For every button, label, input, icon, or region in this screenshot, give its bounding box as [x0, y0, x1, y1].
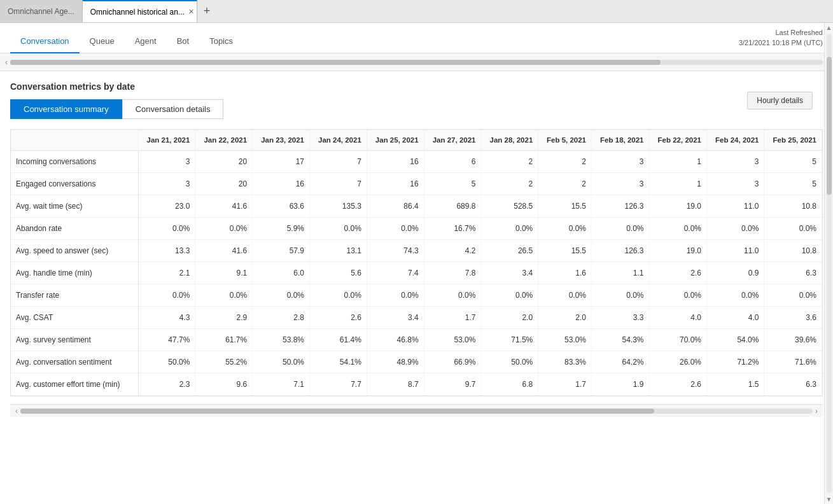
scroll-down-icon[interactable]: ▼ — [825, 494, 833, 504]
tab-label-active: Omnichannel historical an... — [90, 8, 185, 17]
table-row: Avg. wait time (sec)23.041.663.6135.386.… — [11, 195, 822, 218]
table-row: Avg. CSAT4.32.92.82.63.41.72.02.03.34.04… — [11, 307, 822, 329]
bottom-scroll-thumb — [20, 409, 654, 414]
cell-metric-0: Incoming conversations — [11, 151, 138, 173]
table-row: Incoming conversations320177166223135 — [11, 151, 822, 173]
cell-r7-c1: 2.9 — [195, 307, 253, 329]
cell-metric-10: Avg. customer effort time (min) — [11, 374, 138, 396]
col-header-9: Feb 22, 2021 — [649, 130, 706, 151]
last-refreshed-value: 3/21/2021 10:18 PM (UTC) — [739, 39, 823, 46]
cell-r3-c11: 0.0% — [764, 218, 822, 240]
table-row: Engaged conversations320167165223135 — [11, 173, 822, 195]
cell-r6-c3: 0.0% — [309, 284, 367, 307]
bottom-scroll-left-icon[interactable]: ‹ — [15, 407, 18, 416]
scroll-thumb — [10, 60, 661, 65]
cell-r2-c5: 689.8 — [424, 195, 481, 218]
add-tab-button[interactable]: + — [197, 4, 217, 18]
cell-r7-c8: 3.3 — [592, 307, 649, 329]
cell-r9-c0: 50.0% — [138, 351, 195, 374]
cell-r8-c8: 54.3% — [592, 329, 649, 351]
table-header-row: Jan 21, 2021 Jan 22, 2021 Jan 23, 2021 J… — [11, 130, 822, 151]
cell-r7-c11: 3.6 — [764, 307, 822, 329]
cell-r7-c4: 3.4 — [367, 307, 424, 329]
table-row: Avg. customer effort time (min)2.39.67.1… — [11, 374, 822, 396]
col-header-8: Feb 18, 2021 — [592, 130, 649, 151]
cell-metric-5: Avg. handle time (min) — [11, 262, 138, 284]
cell-r4-c7: 15.5 — [538, 240, 592, 262]
close-icon[interactable]: ✕ — [188, 8, 194, 16]
cell-r0-c5: 6 — [424, 151, 481, 173]
cell-r7-c10: 4.0 — [706, 307, 764, 329]
cell-r9-c5: 66.9% — [424, 351, 481, 374]
cell-r0-c4: 16 — [367, 151, 424, 173]
cell-r8-c7: 53.0% — [538, 329, 592, 351]
cell-r3-c9: 0.0% — [649, 218, 706, 240]
col-header-0: Jan 21, 2021 — [138, 130, 195, 151]
cell-r0-c2: 17 — [253, 151, 310, 173]
cell-r10-c3: 7.7 — [309, 374, 367, 396]
cell-r0-c7: 2 — [538, 151, 592, 173]
table-wrap: Jan 21, 2021 Jan 22, 2021 Jan 23, 2021 J… — [10, 129, 823, 396]
scroll-left-icon[interactable]: ‹ — [5, 58, 8, 67]
cell-r0-c8: 3 — [592, 151, 649, 173]
table-row: Avg. survey sentiment47.7%61.7%53.8%61.4… — [11, 329, 822, 351]
right-scrollbar: ▲ ▼ — [824, 23, 833, 504]
cell-r6-c7: 0.0% — [538, 284, 592, 307]
cell-r5-c4: 7.4 — [367, 262, 424, 284]
hourly-details-button[interactable]: Hourly details — [747, 92, 813, 109]
cell-r4-c5: 4.2 — [424, 240, 481, 262]
col-header-2: Jan 23, 2021 — [253, 130, 310, 151]
scroll-up-icon[interactable]: ▲ — [825, 23, 833, 32]
nav-item-agent[interactable]: Agent — [125, 29, 167, 53]
bottom-scroll-right-icon[interactable]: › — [815, 407, 818, 416]
scroll-v-track[interactable] — [827, 34, 832, 493]
cell-r6-c8: 0.0% — [592, 284, 649, 307]
nav-item-conversation[interactable]: Conversation — [10, 29, 80, 53]
cell-r9-c6: 50.0% — [481, 351, 538, 374]
cell-r3-c2: 5.9% — [253, 218, 310, 240]
cell-r1-c9: 1 — [649, 173, 706, 195]
cell-r10-c6: 6.8 — [481, 374, 538, 396]
cell-r9-c7: 83.3% — [538, 351, 592, 374]
scroll-track[interactable] — [10, 60, 823, 65]
cell-r6-c6: 0.0% — [481, 284, 538, 307]
bottom-scroll-track[interactable] — [20, 409, 813, 414]
last-refreshed-label: Last Refreshed — [775, 29, 823, 36]
cell-r10-c1: 9.6 — [195, 374, 253, 396]
tab-conversation-summary[interactable]: Conversation summary — [10, 99, 122, 119]
tab-buttons: Conversation summary Conversation detail… — [10, 99, 823, 119]
last-refreshed: Last Refreshed 3/21/2021 10:18 PM (UTC) — [739, 28, 823, 48]
tab-conversation-details[interactable]: Conversation details — [122, 99, 224, 119]
cell-r9-c3: 54.1% — [309, 351, 367, 374]
table-row: Avg. speed to answer (sec)13.341.657.913… — [11, 240, 822, 262]
cell-r2-c11: 10.8 — [764, 195, 822, 218]
cell-r3-c8: 0.0% — [592, 218, 649, 240]
cell-r8-c5: 53.0% — [424, 329, 481, 351]
cell-r10-c9: 2.6 — [649, 374, 706, 396]
main-content: Conversation metrics by date Hourly deta… — [0, 71, 833, 504]
cell-r4-c1: 41.6 — [195, 240, 253, 262]
cell-r7-c6: 2.0 — [481, 307, 538, 329]
nav-item-topics[interactable]: Topics — [199, 29, 243, 53]
cell-r5-c1: 9.1 — [195, 262, 253, 284]
nav-item-bot[interactable]: Bot — [167, 29, 200, 53]
cell-r5-c9: 2.6 — [649, 262, 706, 284]
cell-r10-c5: 9.7 — [424, 374, 481, 396]
cell-r3-c0: 0.0% — [138, 218, 195, 240]
cell-metric-9: Avg. conversation sentiment — [11, 351, 138, 374]
col-header-6: Jan 28, 2021 — [481, 130, 538, 151]
cell-r7-c0: 4.3 — [138, 307, 195, 329]
cell-r5-c10: 0.9 — [706, 262, 764, 284]
tab-inactive[interactable]: Omnichannel Age... — [0, 0, 83, 22]
cell-r10-c11: 6.3 — [764, 374, 822, 396]
cell-r7-c9: 4.0 — [649, 307, 706, 329]
cell-r8-c3: 61.4% — [309, 329, 367, 351]
cell-r8-c1: 61.7% — [195, 329, 253, 351]
col-header-metric — [11, 130, 138, 151]
nav-item-queue[interactable]: Queue — [80, 29, 125, 53]
app-container: Conversation Queue Agent Bot Topics Last… — [0, 23, 833, 504]
scroll-v-thumb — [827, 57, 832, 195]
tab-active[interactable]: Omnichannel historical an... ✕ — [83, 0, 197, 22]
cell-r8-c9: 70.0% — [649, 329, 706, 351]
tab-label-inactive: Omnichannel Age... — [8, 7, 74, 16]
